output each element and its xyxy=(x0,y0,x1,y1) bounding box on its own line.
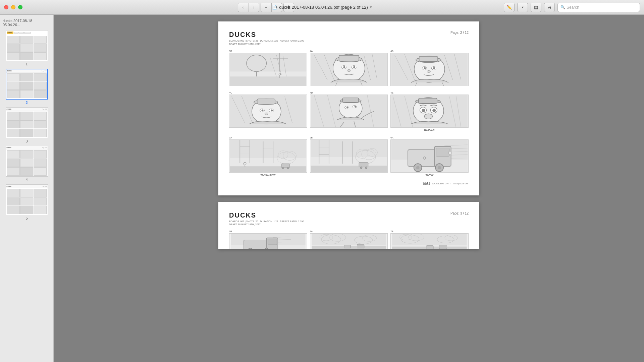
sidebar: ducks 2017-08-18 05.04.26... DUCKS xyxy=(0,15,54,362)
svg-rect-121 xyxy=(436,148,449,156)
svg-point-49 xyxy=(265,113,268,115)
sb-cell-4e: 4E xyxy=(390,92,469,131)
sb-frame-5b xyxy=(310,139,388,173)
sb-frame-5a xyxy=(229,139,307,173)
svg-rect-148 xyxy=(344,245,350,248)
print-button[interactable]: 🖨 xyxy=(544,3,555,12)
annotate-button[interactable]: ✏️ xyxy=(504,3,515,12)
close-button[interactable] xyxy=(4,5,8,9)
page-footer-2: 𝕎𝕌 WONDER UNIT | Storyboarder xyxy=(229,181,469,186)
sb-cell-7a: 7A xyxy=(310,230,388,249)
sb-cell-6b: 6B xyxy=(229,230,307,249)
page-header-3: DUCKS BOARDS: 003 | SHOTS: 25 | DURATION… xyxy=(229,212,469,227)
svg-rect-44 xyxy=(257,99,275,104)
svg-rect-9 xyxy=(230,76,307,86)
svg-point-24 xyxy=(347,69,351,71)
pdf-viewer[interactable]: DUCKS BOARDS: 003 | SHOTS: 25 | DURATION… xyxy=(54,15,644,362)
sb-frame-6b xyxy=(229,233,307,249)
thumbnail-page-5[interactable]: DUCKS Page: 5/12 xyxy=(0,183,53,222)
page-number-2: Page: 2 / 12 xyxy=(450,31,469,35)
thumbnail-page-2[interactable]: DUCKS Page: 2/12 xyxy=(0,67,53,106)
svg-rect-158 xyxy=(426,246,433,249)
svg-point-95 xyxy=(287,167,289,169)
sidebar-toggle[interactable]: ▤ xyxy=(531,3,541,12)
back-button[interactable]: ‹ xyxy=(238,3,249,12)
sb-cell-4a: 4A xyxy=(310,50,388,86)
page-title-block-3: DUCKS BOARDS: 003 | SHOTS: 25 | DURATION… xyxy=(229,212,304,227)
storyboard-row-p3-1: 6B xyxy=(229,230,469,249)
svg-rect-109 xyxy=(359,162,368,167)
minimize-button[interactable] xyxy=(11,5,15,9)
storyboard-row-3: 5A xyxy=(229,136,469,176)
search-placeholder: Search xyxy=(567,5,579,10)
footer-logo-2: 𝕎𝕌 WONDER UNIT | Storyboarder xyxy=(423,181,469,186)
sb-frame-4d xyxy=(310,95,388,128)
svg-rect-32 xyxy=(419,56,438,62)
toolbar-right: ✏️ ▾ ▤ 🖨 🔍 Search xyxy=(504,3,640,12)
sb-frame-7a xyxy=(310,233,388,249)
page-title-block-2: DUCKS BOARDS: 003 | SHOTS: 25 | DURATION… xyxy=(229,31,304,46)
page-title-3: DUCKS xyxy=(229,212,304,219)
svg-point-94 xyxy=(282,167,284,169)
sb-cell-5a: 5A xyxy=(229,136,307,176)
pdf-icon: 📄 xyxy=(272,5,277,10)
sb-cell-3b: 3B xyxy=(229,50,307,86)
thumb-image-2: DUCKS Page: 2/12 xyxy=(6,69,48,100)
search-bar[interactable]: 🔍 Search xyxy=(557,3,640,12)
sb-frame-3b xyxy=(229,53,307,86)
thumb-image-5: DUCKS Page: 5/12 xyxy=(6,184,48,215)
footer-logo-text: WONDER UNIT | Storyboarder xyxy=(432,182,469,185)
pdf-page-2: DUCKS BOARDS: 003 | SHOTS: 25 | DURATION… xyxy=(218,21,479,195)
sb-cell-4b: 4B xyxy=(390,50,469,86)
maximize-button[interactable] xyxy=(18,5,22,9)
sb-cell-6a: 6A xyxy=(390,136,469,176)
svg-rect-149 xyxy=(357,244,364,248)
sidebar-filename: ducks 2017-08-18 05.04.26... xyxy=(0,17,53,29)
caption-6a: "HONK" xyxy=(390,174,469,176)
svg-point-47 xyxy=(262,109,264,111)
sb-frame-7b xyxy=(390,233,469,249)
thumb-page-num-2: 2 xyxy=(25,101,28,105)
storyboard-row-1: 3B xyxy=(229,50,469,86)
thumb-page-num-3: 3 xyxy=(25,139,28,143)
dropdown-arrow[interactable]: ▾ xyxy=(370,5,372,9)
thumb-image-4: DUCKS Page: 4/12 xyxy=(6,146,48,177)
sb-frame-4b xyxy=(390,53,469,86)
page-number-3: Page: 3 / 12 xyxy=(450,212,469,215)
thumb-page-num-1: 1 xyxy=(25,62,28,66)
storyboard-row-2: 4C xyxy=(229,92,469,131)
thumbnail-page-3[interactable]: DUCKS Page: 3/12 xyxy=(0,106,53,144)
thumb-image-3: DUCKS Page: 3/12 xyxy=(6,107,48,138)
thumbnail-page-4[interactable]: DUCKS Page: 4/12 xyxy=(0,144,53,183)
svg-rect-108 xyxy=(311,166,387,172)
svg-rect-126 xyxy=(449,151,451,154)
thumb-page-num-4: 4 xyxy=(25,178,28,182)
sb-cell-5b: 5B xyxy=(310,136,388,176)
annotate-dropdown[interactable]: ▾ xyxy=(517,3,528,12)
svg-point-125 xyxy=(438,166,441,169)
sb-frame-4a xyxy=(310,53,388,86)
svg-rect-159 xyxy=(439,245,447,249)
svg-point-48 xyxy=(271,109,273,111)
svg-rect-151 xyxy=(392,234,467,245)
svg-point-75 xyxy=(425,114,433,119)
svg-point-59 xyxy=(346,107,348,108)
svg-rect-135 xyxy=(268,239,277,245)
sb-cell-4c: 4C xyxy=(229,92,307,131)
thumb-page-num-5: 5 xyxy=(25,216,28,220)
svg-rect-56 xyxy=(342,98,359,103)
pdf-page-3: DUCKS BOARDS: 003 | SHOTS: 25 | DURATION… xyxy=(218,202,479,249)
svg-point-35 xyxy=(424,67,426,69)
svg-rect-141 xyxy=(312,234,386,245)
thumb-image-1: DUCKS xyxy=(6,30,48,61)
sb-cell-7b: 7B xyxy=(390,230,469,249)
svg-point-111 xyxy=(365,167,367,169)
zoom-out-button[interactable]: − xyxy=(261,3,271,12)
sb-frame-6a xyxy=(390,139,469,173)
thumbnail-page-1[interactable]: DUCKS xyxy=(0,29,53,67)
svg-point-22 xyxy=(343,66,345,68)
filename-label: ducks 2017-08-18 05.04.26.pdf (page 2 of… xyxy=(279,5,368,10)
forward-button[interactable]: › xyxy=(249,3,259,12)
window-controls xyxy=(4,5,22,9)
page-meta-2: BOARDS: 003 | SHOTS: 25 | DURATION: 1:22… xyxy=(229,39,304,46)
